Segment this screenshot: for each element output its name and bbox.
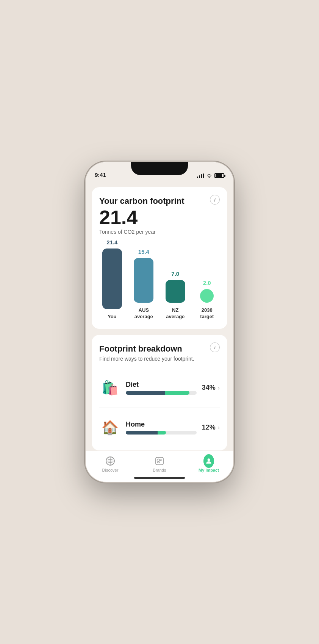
bar-label-top-aus: 15.4 bbox=[138, 249, 149, 255]
bar-bottom-you: You bbox=[108, 314, 117, 320]
bar-bottom-nz: NZaverage bbox=[166, 307, 185, 320]
diet-progress-bar bbox=[126, 391, 197, 395]
status-time: 9:41 bbox=[95, 172, 106, 178]
home-progress-green bbox=[158, 431, 166, 435]
bar-nz bbox=[166, 280, 185, 303]
diet-progress-dark bbox=[126, 391, 165, 395]
divider-1 bbox=[99, 368, 220, 368]
impact-label: My Impact bbox=[199, 468, 219, 472]
svg-point-2 bbox=[157, 459, 160, 462]
impact-icon bbox=[203, 456, 214, 466]
bar-container-nz bbox=[163, 280, 188, 303]
home-progress-dark bbox=[126, 431, 158, 435]
scroll-content: Your carbon footprint i 21.4 Tonnes of C… bbox=[86, 181, 233, 451]
bar-group-aus: 15.4 AUSaverage bbox=[131, 249, 157, 320]
impact-icon-bg bbox=[203, 454, 214, 468]
diet-progress-green bbox=[165, 391, 189, 395]
phone-frame: 9:41 Your carbon bbox=[86, 162, 233, 482]
diet-chevron-icon: › bbox=[218, 385, 220, 391]
bar-chart: 21.4 You 15.4 AUSaverage bbox=[99, 244, 220, 320]
bar-label-top-target: 2.0 bbox=[203, 280, 211, 286]
svg-point-3 bbox=[208, 458, 210, 461]
status-icons bbox=[197, 173, 224, 178]
bar-container-aus bbox=[131, 258, 157, 303]
carbon-card: Your carbon footprint i 21.4 Tonnes of C… bbox=[92, 187, 227, 329]
bar-you bbox=[102, 249, 122, 309]
breakdown-title: Footprint breakdown bbox=[99, 344, 220, 354]
screen: 9:41 Your carbon bbox=[86, 162, 233, 482]
brands-label: Brands bbox=[153, 468, 166, 472]
diet-icon: 🛍️ bbox=[99, 377, 120, 399]
home-name: Home bbox=[126, 420, 197, 428]
breakdown-card: Footprint breakdown i Find more ways to … bbox=[92, 335, 227, 450]
bar-aus bbox=[134, 258, 153, 303]
home-info: Home bbox=[126, 420, 197, 435]
discover-icon bbox=[105, 456, 116, 466]
carbon-value: 21.4 bbox=[99, 208, 220, 227]
carbon-info-button[interactable]: i bbox=[210, 195, 220, 205]
diet-info: Diet bbox=[126, 381, 197, 395]
brands-icon bbox=[154, 456, 165, 466]
home-right: 12% › bbox=[202, 424, 220, 431]
battery-icon bbox=[214, 173, 224, 178]
nav-item-brands[interactable]: Brands bbox=[135, 454, 184, 472]
home-progress-bar bbox=[126, 431, 197, 435]
home-chevron-icon: › bbox=[218, 424, 220, 431]
diet-name: Diet bbox=[126, 381, 197, 389]
bar-target bbox=[200, 289, 214, 303]
bar-container-target bbox=[194, 289, 220, 303]
bar-group-target: 2.0 2030target bbox=[194, 280, 220, 320]
signal-icon bbox=[197, 174, 204, 178]
home-pct: 12% bbox=[202, 424, 216, 431]
breakdown-subtitle: Find more ways to reduce your footprint. bbox=[99, 356, 220, 362]
breakdown-item-home[interactable]: 🏠 Home 12% › bbox=[99, 414, 220, 441]
wifi-icon bbox=[206, 174, 212, 178]
divider-2 bbox=[99, 408, 220, 408]
diet-pct: 34% bbox=[202, 384, 216, 392]
bar-container-you bbox=[99, 249, 125, 309]
breakdown-item-diet[interactable]: 🛍️ Diet 34% › bbox=[99, 374, 220, 402]
carbon-card-title: Your carbon footprint bbox=[99, 196, 220, 206]
home-indicator bbox=[134, 477, 185, 479]
notch bbox=[131, 162, 188, 175]
home-icon: 🏠 bbox=[99, 417, 120, 438]
bar-bottom-target: 2030target bbox=[200, 307, 214, 320]
discover-label: Discover bbox=[102, 468, 119, 472]
bar-label-top-nz: 7.0 bbox=[171, 270, 179, 277]
bar-group-you: 21.4 You bbox=[99, 239, 125, 320]
carbon-unit: Tonnes of CO2 per year bbox=[99, 229, 220, 235]
bar-group-nz: 7.0 NZaverage bbox=[163, 270, 188, 320]
nav-item-impact[interactable]: My Impact bbox=[184, 454, 233, 472]
diet-right: 34% › bbox=[202, 384, 220, 392]
bar-bottom-aus: AUSaverage bbox=[134, 307, 153, 320]
nav-item-discover[interactable]: Discover bbox=[86, 454, 135, 472]
bar-label-top-you: 21.4 bbox=[106, 239, 117, 245]
